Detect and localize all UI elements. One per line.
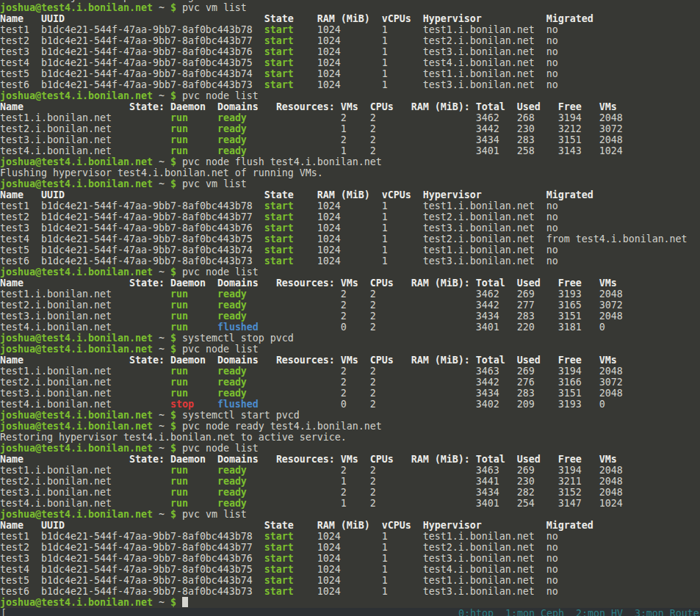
terminal-text-segment: 3401 — [476, 322, 499, 333]
spacer — [253, 233, 264, 244]
spacer — [347, 311, 370, 322]
terminal-text-segment: test2.i.bonilan.net — [423, 542, 535, 553]
spacer — [582, 465, 599, 476]
terminal-text-segment: test3 — [0, 553, 29, 564]
spacer — [247, 476, 341, 487]
spacer — [535, 134, 558, 145]
command-text: pvc node list — [182, 443, 259, 454]
terminal-window[interactable]: lj p g joshua@test4.i.bonilan.net ~ $ pv… — [0, 0, 700, 616]
spacer — [535, 377, 558, 388]
terminal-text-segment: 0 — [599, 322, 605, 333]
terminal-text-segment: Hypervisor — [423, 13, 482, 24]
terminal-text-segment: start — [264, 24, 294, 35]
node-table-row: test1.i.bonilan.net run ready 2 2 3462 2… — [0, 289, 700, 300]
status-bar-window-list[interactable]: 0:htop 1:mon Ceph 2:mon HV 3:mon Route — [458, 608, 699, 616]
prompt-symbol: $ — [170, 410, 176, 421]
spacer — [65, 189, 264, 200]
spacer — [347, 134, 370, 145]
spacer — [153, 2, 159, 13]
spacer — [112, 311, 170, 322]
spacer — [582, 278, 599, 289]
spacer — [582, 134, 599, 145]
spacer — [341, 564, 382, 575]
spacer — [582, 366, 599, 377]
tmux-status-bar[interactable]: [ 0:htop 1:mon Ceph 2:mon HV 3:mon Route — [0, 608, 700, 616]
node-table-row: test2.i.bonilan.net run ready 2 2 3442 2… — [0, 300, 700, 311]
terminal-text-segment: 3212 — [558, 123, 582, 134]
spacer — [112, 289, 170, 300]
terminal-text-segment: start — [264, 531, 294, 542]
prompt-cwd: ~ — [159, 443, 165, 454]
spacer — [582, 399, 599, 410]
spacer — [294, 520, 317, 531]
spacer — [535, 79, 546, 90]
terminal-text-segment: test6 — [0, 256, 29, 267]
terminal-text-segment: 3463 — [476, 465, 499, 476]
spacer — [541, 278, 558, 289]
spacer — [335, 101, 341, 112]
spacer — [294, 233, 317, 244]
spacer — [388, 256, 423, 267]
spacer — [347, 388, 370, 399]
prompt-line: joshua@test4.i.bonilan.net ~ $ pvc vm li… — [0, 2, 700, 13]
spacer — [376, 366, 476, 377]
spacer — [388, 46, 423, 57]
terminal-text-segment: start — [264, 46, 294, 57]
spacer — [153, 509, 159, 520]
terminal-text-segment: test3.i.bonilan.net — [423, 586, 535, 597]
spacer — [341, 586, 382, 597]
spacer — [29, 553, 41, 564]
spacer — [112, 465, 170, 476]
terminal-text-segment: 2 — [341, 112, 347, 123]
terminal-text-segment: 1024 — [317, 531, 341, 542]
terminal-text-segment: 1024 — [317, 24, 341, 35]
spacer — [394, 278, 411, 289]
node-table-row: test2.i.bonilan.net run ready 1 2 3442 2… — [0, 123, 700, 134]
node-table-row: test4.i.bonilan.net run ready 1 2 3401 2… — [0, 498, 700, 509]
spacer — [582, 300, 599, 311]
terminal-text-segment: run — [170, 377, 188, 388]
terminal-text-segment: vCPUs — [382, 189, 411, 200]
vm-table-row: test2 b1dc4e21-544f-47aa-9bb7-8af0bc443b… — [0, 211, 700, 222]
terminal-text-segment: 283 — [517, 134, 535, 145]
terminal-text-segment: no — [546, 57, 558, 68]
vm-table-row: test4 b1dc4e21-544f-47aa-9bb7-8af0bc443b… — [0, 564, 700, 575]
terminal-text-segment: 3151 — [558, 388, 582, 399]
spacer — [376, 112, 476, 123]
terminal-text-segment: test4 — [0, 564, 29, 575]
spacer — [394, 454, 411, 465]
terminal-text-segment: no — [546, 79, 558, 90]
prompt-line: joshua@test4.i.bonilan.net ~ $ pvc node … — [0, 443, 700, 454]
prompt-symbol: $ — [170, 344, 176, 355]
spacer — [499, 322, 517, 333]
terminal-text-segment: vCPUs — [382, 13, 411, 24]
spacer — [341, 553, 382, 564]
spacer — [29, 222, 41, 233]
prompt-line: joshua@test4.i.bonilan.net ~ $ pvc vm li… — [0, 509, 700, 520]
terminal-text-segment: b1dc4e21-544f-47aa-9bb7-8af0bc443b78 — [41, 24, 253, 35]
terminal-text-segment: RAM (MiB) — [317, 13, 370, 24]
terminal-text-segment: test4.i.bonilan.net — [0, 145, 112, 156]
terminal-text-segment: 3434 — [476, 487, 499, 498]
spacer — [582, 145, 599, 156]
spacer — [535, 399, 558, 410]
terminal-text-segment: 230 — [517, 476, 535, 487]
spacer — [341, 68, 382, 79]
terminal-text-segment: 3193 — [558, 399, 582, 410]
terminal-text-segment: Domains — [217, 454, 259, 465]
terminal-text-segment: 1 — [382, 222, 388, 233]
terminal-text-segment: 3072 — [599, 377, 623, 388]
terminal-text-segment: no — [546, 24, 558, 35]
prompt-line: joshua@test4.i.bonilan.net ~ $ pvc vm li… — [0, 178, 700, 189]
terminal-text-segment: CPUs — [370, 278, 394, 289]
spacer — [294, 531, 317, 542]
spacer — [582, 476, 599, 487]
spacer — [505, 101, 517, 112]
terminal-text-segment: run — [170, 388, 188, 399]
terminal-text-segment: Name — [0, 278, 24, 289]
spacer — [153, 344, 159, 355]
spacer — [341, 57, 382, 68]
vm-table-row: test3 b1dc4e21-544f-47aa-9bb7-8af0bc443b… — [0, 553, 700, 564]
spacer — [253, 256, 264, 267]
spacer — [294, 244, 317, 256]
